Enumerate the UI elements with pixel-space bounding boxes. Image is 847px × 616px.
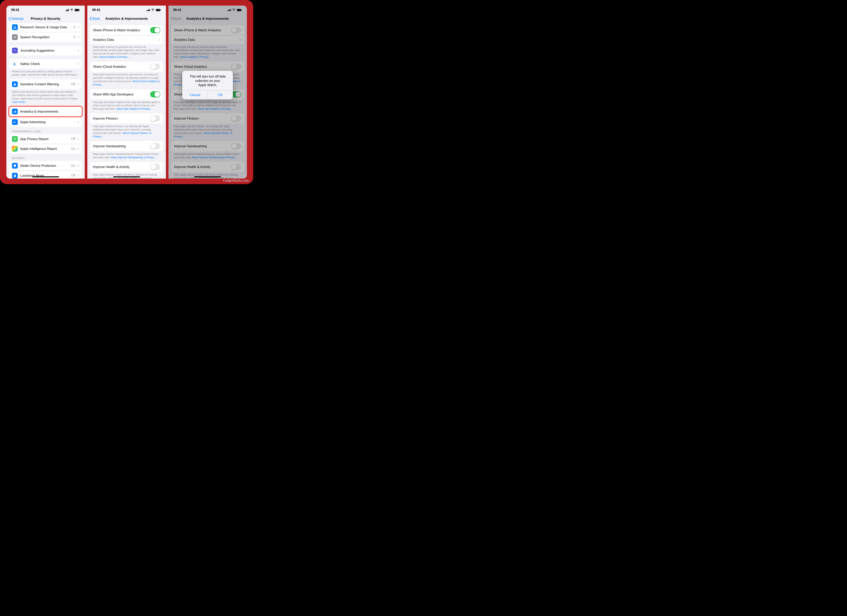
row-journaling[interactable]: Journaling Suggestions <box>9 46 82 55</box>
svg-rect-10 <box>14 111 15 113</box>
status-bar: 09:41 <box>6 6 85 14</box>
alert-ok-button[interactable]: OK <box>208 91 233 99</box>
row-safety-check[interactable]: Safety Check <box>9 59 82 69</box>
screen-analytics-alert: 09:41 Back Analytics & Improvements Shar… <box>168 6 247 178</box>
about-analytics-link[interactable]: About Analytics & Privacy… <box>99 56 130 58</box>
row-label: Safety Check <box>20 62 75 66</box>
row-label: Share With App Developers <box>93 93 148 96</box>
row-detail: 0 <box>73 25 75 29</box>
warning-icon <box>12 81 18 87</box>
back-button[interactable]: Settings <box>8 17 24 21</box>
row-share-icloud[interactable]: Share iCloud Analytics <box>90 62 163 72</box>
row-detail: 0 <box>73 35 75 39</box>
alert-cancel-button[interactable]: Cancel <box>182 91 208 99</box>
chart-icon <box>12 109 18 114</box>
row-speech[interactable]: Speech Recognition 0 <box>9 32 82 42</box>
report-icon <box>12 136 18 142</box>
toggle-share-icloud[interactable] <box>150 63 160 70</box>
sparkle-icon <box>12 48 18 53</box>
note-1: Help Apple improve its products and serv… <box>90 44 163 62</box>
row-share-dev[interactable]: Share With App Developers <box>90 89 163 99</box>
about-app-link[interactable]: About App Analytics & Privacy… <box>117 108 152 110</box>
row-label: Analytics Data <box>93 38 156 42</box>
toggle-health[interactable] <box>150 164 160 170</box>
row-detail: Off <box>71 174 75 177</box>
wifi-icon <box>151 9 155 11</box>
row-detail: On <box>71 164 75 168</box>
row-ads[interactable]: Apple Advertising <box>9 117 82 127</box>
row-ai-report[interactable]: Apple Intelligence Report On <box>9 144 82 154</box>
row-label: Sensitive Content Warning <box>20 82 69 86</box>
row-label: Journaling Suggestions <box>20 49 75 52</box>
hdr-logs: TRANSPARENCY LOGS <box>9 127 82 134</box>
nav-bar: Back Analytics & Improvements <box>87 14 166 23</box>
svg-rect-14 <box>14 138 16 139</box>
row-detail: Off <box>71 83 75 86</box>
row-label: Improve Handwashing <box>93 144 148 148</box>
svg-point-8 <box>14 63 15 64</box>
row-label: Research Sensor & Usage Data <box>20 25 71 29</box>
toggle-share-iphone[interactable] <box>150 27 160 33</box>
row-label: Apple Advertising <box>20 120 75 124</box>
alert-dialog: This will also turn off data collection … <box>182 71 233 99</box>
chevron-icon <box>78 110 79 113</box>
note-6: Help Apple improve health and fitness fe… <box>90 172 163 178</box>
row-label: Speech Recognition <box>20 35 71 39</box>
row-lockdown[interactable]: Lockdown Mode Off <box>9 171 82 178</box>
battery-icon <box>75 9 80 11</box>
chevron-icon <box>78 83 79 85</box>
row-label: Stolen Device Protection <box>20 164 69 168</box>
chevron-icon <box>78 147 79 150</box>
row-fitness[interactable]: Improve Fitness+ <box>90 113 163 124</box>
toggle-share-dev[interactable] <box>150 91 160 97</box>
nav-bar: Settings Privacy & Security <box>6 14 85 23</box>
status-bar: 09:41 <box>87 6 166 14</box>
row-analytics[interactable]: Analytics & Improvements <box>9 107 82 116</box>
note-4: Help Apple improve Fitness+ by sharing w… <box>90 124 163 141</box>
battery-icon <box>156 9 161 11</box>
wifi-icon <box>70 9 73 11</box>
safety-icon <box>12 61 18 67</box>
svg-rect-9 <box>14 111 14 113</box>
svg-rect-1 <box>75 9 79 11</box>
svg-rect-3 <box>13 37 14 37</box>
row-hand[interactable]: Improve Handwashing <box>90 141 163 151</box>
hdr-security: SECURITY <box>9 154 82 161</box>
learn-more-link[interactable]: Learn more… <box>12 101 27 103</box>
back-button[interactable]: Back <box>89 17 100 21</box>
megaphone-icon <box>12 119 18 125</box>
svg-point-18 <box>15 149 15 149</box>
row-label: App Privacy Report <box>20 137 69 141</box>
about-hand-link[interactable]: About Improve Handwashing & Privacy… <box>111 156 156 159</box>
row-label: Share iPhone & Watch Analytics <box>93 28 148 32</box>
home-indicator[interactable] <box>113 176 140 177</box>
toggle-fitness[interactable] <box>150 115 160 122</box>
row-share-iphone[interactable]: Share iPhone & Watch Analytics <box>90 25 163 35</box>
row-analytics-data[interactable]: Analytics Data <box>90 35 163 44</box>
toggle-hand[interactable] <box>150 143 160 149</box>
row-stolen[interactable]: Stolen Device Protection On <box>9 161 82 171</box>
home-indicator[interactable] <box>194 176 221 177</box>
svg-rect-6 <box>15 36 16 38</box>
row-privacy-report[interactable]: App Privacy Report Off <box>9 134 82 144</box>
watermark: GadgetHacks.com <box>223 178 249 183</box>
waveform-icon <box>12 34 18 40</box>
row-health[interactable]: Improve Health & Activity <box>90 162 163 172</box>
row-sensitive[interactable]: Sensitive Content Warning Off <box>9 79 82 89</box>
svg-rect-21 <box>161 10 161 10</box>
chevron-icon <box>78 138 79 140</box>
row-label: Improve Health & Activity <box>93 165 148 169</box>
ai-icon <box>12 146 18 152</box>
row-detail: On <box>71 147 75 151</box>
row-label: Analytics & Improvements <box>20 110 75 113</box>
chevron-icon <box>78 63 79 65</box>
back-label: Settings <box>11 17 24 21</box>
row-label: Share iCloud Analytics <box>93 65 148 69</box>
home-indicator[interactable] <box>32 176 59 177</box>
back-label: Back <box>92 17 100 21</box>
hand-icon <box>12 173 18 178</box>
highlight-ring: Analytics & Improvements <box>8 106 83 117</box>
safety-note: Protect your personal safety by staying … <box>9 69 82 80</box>
svg-rect-12 <box>16 111 16 113</box>
row-research[interactable]: Research Sensor & Usage Data 0 <box>9 23 82 32</box>
